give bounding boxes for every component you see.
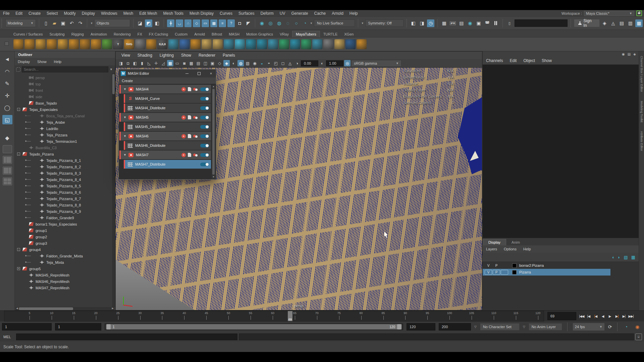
- character-set-combo[interactable]: No Character Set: [480, 323, 520, 330]
- chevron-down-icon[interactable]: ▼: [361, 22, 364, 25]
- layout-four-pane-button[interactable]: [3, 177, 12, 185]
- notes-icon[interactable]: [188, 134, 191, 138]
- snap-curve-icon[interactable]: ◡: [176, 19, 183, 27]
- save-scene-icon[interactable]: ▣: [59, 19, 67, 27]
- outliner-item[interactable]: Tejado_Pizzarra_8_6: [15, 189, 112, 195]
- range-slider[interactable]: 1 120: [105, 323, 403, 330]
- shelf-tool-icon[interactable]: [47, 39, 57, 49]
- add-node-icon[interactable]: +: [181, 134, 186, 138]
- search-input[interactable]: [22, 66, 108, 72]
- shelf-tool-icon[interactable]: [191, 39, 201, 49]
- layer-editor-menu-item[interactable]: Layers: [483, 247, 500, 251]
- viewport-menu-item[interactable]: Lighting: [156, 53, 177, 58]
- shelf-tab[interactable]: Rigging: [68, 31, 87, 37]
- outliner-item[interactable]: Tejado_Pizzarra_8_7: [15, 195, 112, 202]
- outliner-item[interactable]: - Tejado_Pizarra: [15, 151, 112, 157]
- shelf-tool-icon[interactable]: [246, 39, 256, 49]
- quick-rig-icon[interactable]: ≡: [219, 19, 226, 27]
- paint-select-tool-icon[interactable]: ✎: [2, 79, 12, 88]
- timeline-strip[interactable]: 5101520253035404550556065707580859095100…: [4, 311, 544, 321]
- mash-editor-scrollbar[interactable]: ▲ ▼: [212, 85, 215, 179]
- shelf-tool-icon[interactable]: [213, 39, 223, 49]
- grid-icon[interactable]: ▦: [167, 60, 173, 66]
- layer-editor-tab[interactable]: Anim: [506, 239, 525, 245]
- shelf-tab[interactable]: Animation: [87, 31, 110, 37]
- live-surface-hook-icon[interactable]: ◔: [301, 19, 309, 27]
- mash-editor-titlebar[interactable]: M MASH Editor ×: [119, 69, 216, 77]
- shelf-tab[interactable]: Custom: [171, 31, 191, 37]
- quick-help-icon[interactable]: ?: [227, 19, 235, 27]
- filter-icon[interactable]: [16, 67, 20, 72]
- lock-camera-icon[interactable]: ◘: [125, 60, 131, 66]
- construction-history-icon[interactable]: ◍: [275, 19, 283, 27]
- render-view-icon[interactable]: ▦: [441, 19, 448, 27]
- rotate-tool-icon[interactable]: ◯: [2, 103, 12, 112]
- outliner-item[interactable]: MASH5_ReproMesh: [15, 272, 112, 278]
- safe-action-icon[interactable]: ◫: [202, 60, 209, 66]
- menu-item[interactable]: Cache: [311, 10, 329, 16]
- gate-mask-icon[interactable]: ▩: [188, 60, 195, 66]
- shelf-tab[interactable]: MayaTubers: [292, 31, 320, 37]
- safe-title-icon[interactable]: ▣: [209, 60, 216, 66]
- selection-mask-combo[interactable]: Objects: [94, 19, 130, 27]
- shelf-tab[interactable]: XGen: [341, 31, 357, 37]
- outliner-item[interactable]: front: [15, 87, 112, 94]
- add-node-icon[interactable]: +: [181, 115, 186, 120]
- occlusion-icon[interactable]: ◓: [266, 60, 272, 66]
- menu-item[interactable]: UV: [277, 10, 288, 16]
- isolate-select-icon[interactable]: ◰: [273, 60, 279, 66]
- menu-item[interactable]: Mesh Display: [186, 10, 217, 16]
- shelf-tool-icon[interactable]: [69, 39, 79, 49]
- outliner-item[interactable]: borrar1:Tejas_Especiales: [15, 221, 112, 227]
- notes-icon[interactable]: [188, 87, 191, 91]
- exposure-icon[interactable]: ◑: [294, 60, 300, 66]
- shelf-tool-icon[interactable]: [301, 39, 311, 49]
- film-gate-icon[interactable]: ▭: [174, 60, 180, 66]
- outliner-item[interactable]: MASH6_ReproMesh: [15, 278, 112, 285]
- undo-icon[interactable]: ↶: [68, 19, 75, 27]
- go-to-end-button[interactable]: ▶▶|: [628, 312, 634, 320]
- mash-node-row[interactable]: ▼ MASH7_Distribute +: [124, 160, 211, 169]
- shelf-tab[interactable]: Sculpting: [46, 31, 68, 37]
- layout-single-pane-button[interactable]: [3, 145, 12, 153]
- node-enabled-toggle[interactable]: [200, 153, 209, 157]
- range-slider-bar[interactable]: 1 120: [106, 324, 402, 329]
- expand-arrow-icon[interactable]: ▼: [123, 134, 126, 138]
- shelf-tool-icon[interactable]: [279, 39, 289, 49]
- rename-icon[interactable]: ▯: [506, 19, 513, 27]
- maximize-button[interactable]: [194, 69, 204, 77]
- node-enabled-toggle[interactable]: [200, 125, 209, 129]
- outliner-item[interactable]: Ladrillo: [15, 125, 112, 132]
- expand-arrow-icon[interactable]: ▼: [123, 153, 126, 157]
- menu-item[interactable]: Generate: [288, 10, 311, 16]
- select-camera-icon[interactable]: ◨: [118, 60, 124, 66]
- shaded-icon[interactable]: ◈: [223, 60, 230, 66]
- scroll-up-icon[interactable]: ▲: [212, 85, 215, 88]
- shelf-tool-icon[interactable]: [91, 39, 101, 49]
- shelf-tab[interactable]: Bifrost: [208, 31, 225, 37]
- menu-item[interactable]: Create: [25, 10, 44, 16]
- snap-view-plane-icon[interactable]: ▭: [202, 19, 209, 27]
- move-tool-icon[interactable]: ✛: [2, 91, 12, 100]
- shelf-tool-icon[interactable]: [202, 39, 212, 49]
- outliner-item[interactable]: MASH7_ReproMesh: [15, 285, 112, 291]
- chevron-down-icon[interactable]: ▽: [523, 325, 525, 328]
- lock-selection-icon[interactable]: ◘: [236, 19, 244, 27]
- layout-two-pane-button[interactable]: [3, 156, 12, 164]
- expand-arrow-icon[interactable]: ▼: [123, 87, 126, 91]
- sidebar-vertical-tab[interactable]: Channel Box / Layer Editor: [640, 56, 643, 92]
- open-editor-left-icon[interactable]: ◧: [410, 19, 417, 27]
- open-scene-icon[interactable]: ▰: [51, 19, 58, 27]
- animation-preferences-icon[interactable]: ◉: [634, 323, 641, 331]
- color-management-icon[interactable]: ◎: [344, 60, 351, 66]
- layer-editor-tab[interactable]: Display: [483, 239, 506, 245]
- redo-icon[interactable]: ↷: [77, 19, 84, 27]
- outliner-item[interactable]: Faldon_Grande_Mixta: [15, 253, 112, 259]
- camera-attributes-icon[interactable]: ◧: [132, 60, 138, 66]
- shelf-tab[interactable]: FX: [134, 31, 146, 37]
- outliner-item[interactable]: Teja_Terminacion1: [15, 138, 112, 144]
- shelf-tool-icon[interactable]: [24, 39, 35, 49]
- create-empty-layer-icon[interactable]: ▧: [624, 255, 628, 260]
- channel-box-menu-item[interactable]: Edit: [506, 58, 520, 63]
- outliner-item[interactable]: Boca_Teja_para_Canal: [15, 113, 112, 119]
